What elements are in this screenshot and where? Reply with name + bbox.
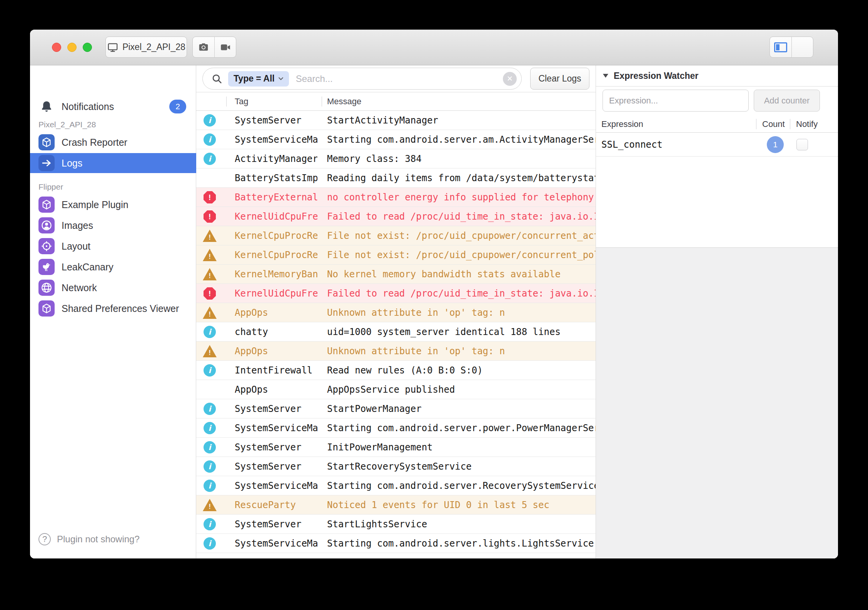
device-selector-button[interactable]: Pixel_2_API_28 <box>105 37 187 58</box>
log-tag: KernelUidCpuFreqTimeReader <box>235 207 317 226</box>
sidebar-item-label: Network <box>62 282 196 293</box>
info-icon: i <box>204 114 216 127</box>
capture-button-group <box>192 37 236 58</box>
sidebar-item-shared-preferences-viewer[interactable]: Shared Preferences Viewer <box>30 298 196 318</box>
log-message: Starting com.android.server.lights.Light… <box>327 534 596 553</box>
log-row[interactable]: iSystemServerStartActivityManager <box>196 111 596 130</box>
clear-logs-button[interactable]: Clear Logs <box>530 68 589 90</box>
log-row[interactable]: !AppOpsUnknown attribute in 'op' tag: n <box>196 342 596 361</box>
sidebar-item-example-plugin[interactable]: Example Plugin <box>30 195 196 215</box>
disclosure-triangle-icon <box>603 74 608 78</box>
expression-watcher-panel: Expression Watcher Add counter Expressio… <box>596 65 838 558</box>
toggle-left-sidebar-button[interactable] <box>770 37 791 57</box>
info-icon: i <box>204 460 216 473</box>
sidebar-item-logs[interactable]: Logs <box>30 153 196 173</box>
log-row[interactable]: iSystemServiceManagerStarting com.androi… <box>196 534 596 553</box>
sidebar-item-layout[interactable]: Layout <box>30 236 196 256</box>
camera-icon <box>198 42 209 53</box>
info-icon: i <box>204 153 216 165</box>
log-row[interactable]: !KernelMemoryBandwidthStatsNo kernel mem… <box>196 265 596 284</box>
log-row[interactable]: iSystemServiceManagerStarting com.androi… <box>196 130 596 149</box>
log-tag: SystemServer <box>235 111 317 130</box>
zoom-window-button[interactable] <box>83 43 92 52</box>
error-icon: ! <box>204 210 216 223</box>
log-row[interactable]: iActivityManagerMemory class: 384 <box>196 149 596 168</box>
watcher-row[interactable]: SSL_connect1 <box>596 133 838 157</box>
log-row[interactable]: !KernelCpuProcReaderFile not exist: /pro… <box>196 226 596 245</box>
log-row[interactable]: !AppOpsUnknown attribute in 'op' tag: n <box>196 303 596 322</box>
monitor-icon <box>107 42 119 53</box>
close-window-button[interactable] <box>52 43 61 52</box>
search-icon <box>211 73 223 85</box>
column-header-notify: Notify <box>796 115 818 133</box>
sidebar-item-crash-reporter[interactable]: Crash Reporter <box>30 132 196 152</box>
sidebar-item-network[interactable]: Network <box>30 278 196 298</box>
log-row[interactable]: iIntentFirewallRead new rules (A:0 B:0 S… <box>196 361 596 380</box>
log-row[interactable]: iSystemServerStartLightsService <box>196 515 596 534</box>
log-row[interactable]: iSystemServiceManagerStarting com.androi… <box>196 476 596 495</box>
search-input[interactable] <box>295 73 503 85</box>
type-filter-chip[interactable]: Type = All <box>228 71 289 87</box>
log-message: Unknown attribute in 'op' tag: n <box>327 342 596 361</box>
log-row[interactable]: !KernelUidCpuFreqTimeReaderFailed to rea… <box>196 284 596 303</box>
log-row[interactable]: !RescuePartyNoticed 1 events for UID 0 i… <box>196 495 596 515</box>
log-tag: SystemServer <box>235 515 317 534</box>
warning-icon: ! <box>203 307 217 319</box>
log-rows: iSystemServerStartActivityManageriSystem… <box>196 111 596 558</box>
sidebar-item-images[interactable]: Images <box>30 215 196 235</box>
log-row[interactable]: BatteryStatsImplReading daily items from… <box>196 168 596 188</box>
log-message: StartPowerManager <box>327 399 596 418</box>
minimize-window-button[interactable] <box>67 43 77 52</box>
sidebar-section-label: Pixel_2_API_28 <box>38 120 96 129</box>
log-tag: chatty <box>235 322 317 342</box>
clear-search-icon[interactable]: ✕ <box>503 72 517 86</box>
log-row[interactable]: AppOpsAppOpsService published <box>196 380 596 399</box>
column-header-count: Count <box>762 115 785 133</box>
log-message: Noticed 1 events for UID 0 in last 5 sec <box>327 495 596 515</box>
notify-checkbox[interactable] <box>796 139 808 150</box>
watcher-table-header: Expression Count Notify <box>596 115 838 133</box>
sidebar-item-label: Example Plugin <box>62 199 196 210</box>
log-row[interactable]: !KernelCpuProcReaderFile not exist: /pro… <box>196 245 596 265</box>
log-row[interactable]: iSystemServiceManagerStarting com.androi… <box>196 418 596 438</box>
toggle-right-sidebar-button[interactable] <box>791 37 813 57</box>
log-row[interactable]: ichattyuid=1000 system_server identical … <box>196 322 596 342</box>
log-message: Starting com.android.server.power.PowerM… <box>327 418 596 438</box>
question-icon: ? <box>38 533 51 545</box>
log-message: AppOpsService published <box>327 380 596 399</box>
expression-input[interactable] <box>603 90 749 112</box>
log-row[interactable]: iSystemServerStartRecoverySystemService <box>196 457 596 476</box>
expression-watcher-header[interactable]: Expression Watcher <box>596 65 838 87</box>
log-tag: SystemServer <box>235 399 317 418</box>
screen-record-button[interactable] <box>214 37 236 57</box>
log-message: File not exist: /proc/uid_cpupower/concu… <box>327 226 596 245</box>
log-message: Memory class: 384 <box>327 149 596 168</box>
video-camera-icon <box>220 42 231 53</box>
log-row[interactable]: !BatteryExternalStatsWorkerno controller… <box>196 188 596 207</box>
log-tag: BatteryStatsImpl <box>235 168 317 188</box>
log-message: StartLightsService <box>327 515 596 534</box>
log-tag: AppOps <box>235 380 317 399</box>
logs-toolbar: Type = All ✕ Clear Logs <box>196 65 596 92</box>
info-icon: i <box>204 441 216 453</box>
person-icon <box>38 217 55 233</box>
log-row[interactable]: iSystemServerStartPowerManager <box>196 399 596 418</box>
log-row[interactable]: !KernelUidCpuFreqTimeReaderFailed to rea… <box>196 207 596 226</box>
notifications-badge: 2 <box>169 100 186 113</box>
log-row[interactable]: iSystemServerInitPowerManagement <box>196 438 596 457</box>
plugin-help-link[interactable]: ? Plugin not showing? <box>30 531 196 548</box>
log-tag: SystemServiceManager <box>235 130 317 149</box>
screenshot-button[interactable] <box>193 37 214 57</box>
sidebar-item-notifications[interactable]: Notifications 2 <box>30 97 196 117</box>
sidebar-item-leakcanary[interactable]: LeakCanary <box>30 257 196 277</box>
log-message: Unknown attribute in 'op' tag: n <box>327 303 596 322</box>
warning-icon: ! <box>203 268 217 280</box>
log-tag: AppOps <box>235 303 317 322</box>
watcher-empty-area <box>596 247 838 558</box>
globe-icon <box>38 280 55 296</box>
add-counter-button[interactable]: Add counter <box>754 90 820 112</box>
log-message: Failed to read /proc/uid_time_in_state: … <box>327 207 596 226</box>
flipper-window: Pixel_2_API_28 <box>30 30 838 558</box>
plugin-help-label: Plugin not showing? <box>57 534 140 545</box>
search-bar[interactable]: Type = All ✕ <box>202 68 522 90</box>
